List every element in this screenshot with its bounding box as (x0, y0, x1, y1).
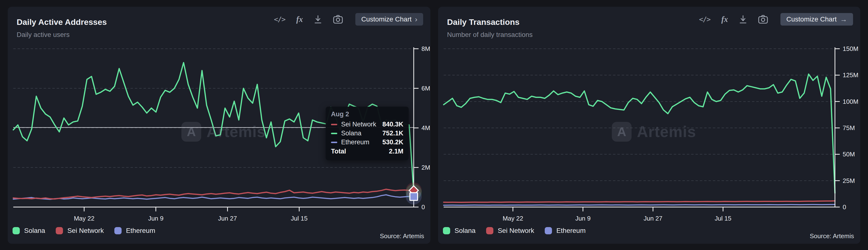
sei-dash-icon (331, 124, 337, 125)
svg-text:Jun 9: Jun 9 (148, 215, 163, 222)
solana-swatch-icon (12, 227, 20, 234)
sei-swatch-icon (56, 227, 63, 234)
svg-text:Jun 9: Jun 9 (576, 215, 591, 222)
page-title: Daily Active Addresses (17, 18, 107, 27)
chart-daily-transactions[interactable]: 025M50M75M100M125M150MMay 22Jun 9Jun 27J… (438, 7, 860, 244)
chevron-right-icon: › (415, 16, 417, 23)
svg-text:Jul 15: Jul 15 (715, 215, 731, 222)
customize-chart-label: Customize Chart (361, 15, 411, 23)
sei-swatch-icon (486, 227, 493, 234)
svg-text:Jun 27: Jun 27 (644, 215, 662, 222)
camera-icon[interactable] (333, 15, 343, 24)
svg-text:150M: 150M (843, 45, 858, 52)
svg-text:50M: 50M (843, 151, 855, 158)
svg-text:75M: 75M (843, 124, 855, 131)
customize-chart-button[interactable]: Customize Chart → (780, 13, 853, 26)
chart-legend: Solana Sei Network Ethereum (12, 227, 155, 235)
embed-code-icon[interactable]: </> (274, 15, 285, 23)
panel-daily-active-addresses: 02M4M6M8MMay 22Jun 9Jun 27Jul 15 A Artem… (8, 7, 430, 244)
legend-item-solana[interactable]: Solana (443, 227, 475, 235)
svg-text:100M: 100M (843, 98, 858, 105)
legend-item-sei-network[interactable]: Sei Network (56, 227, 104, 235)
customize-chart-label: Customize Chart (786, 15, 837, 23)
source-attribution: Source: Artemis (810, 232, 854, 240)
page-subtitle: Daily active users (17, 31, 69, 39)
ethereum-swatch-icon (545, 227, 552, 234)
tooltip-date: Aug 2 (331, 111, 403, 118)
svg-text:2M: 2M (422, 164, 430, 171)
svg-text:Jun 27: Jun 27 (218, 215, 237, 222)
chart-toolbar: </> fx Customize Chart › (274, 13, 423, 26)
formula-icon[interactable]: fx (296, 15, 303, 24)
source-attribution: Source: Artemis (380, 232, 424, 240)
tooltip-total-row: Total 2.1M (331, 147, 403, 156)
ethereum-swatch-icon (114, 227, 122, 234)
legend-item-solana[interactable]: Solana (12, 227, 45, 235)
embed-code-icon[interactable]: </> (699, 15, 710, 23)
ethereum-dash-icon (331, 142, 337, 143)
camera-icon[interactable] (758, 15, 768, 24)
chart-legend: Solana Sei Network Ethereum (443, 227, 586, 235)
tooltip-row: Ethereum 530.2K (331, 138, 403, 147)
download-icon[interactable] (314, 15, 322, 24)
svg-text:0: 0 (422, 204, 425, 211)
svg-text:8M: 8M (422, 45, 430, 52)
tooltip-row: Sei Network 840.3K (331, 120, 403, 129)
panel-daily-transactions: 025M50M75M100M125M150MMay 22Jun 9Jun 27J… (438, 7, 860, 244)
formula-icon[interactable]: fx (721, 15, 728, 24)
solana-swatch-icon (443, 227, 450, 234)
tooltip-row: Solana 752.1K (331, 129, 403, 138)
arrow-right-icon: → (840, 16, 847, 23)
customize-chart-button[interactable]: Customize Chart › (355, 13, 423, 26)
solana-dash-icon (331, 133, 337, 134)
svg-text:Jul 15: Jul 15 (291, 215, 308, 222)
svg-text:May 22: May 22 (502, 215, 523, 222)
svg-text:25M: 25M (843, 177, 855, 184)
page-subtitle: Number of daily transactions (447, 31, 533, 39)
legend-item-ethereum[interactable]: Ethereum (545, 227, 586, 235)
svg-text:4M: 4M (422, 124, 430, 131)
svg-text:May 22: May 22 (74, 215, 94, 222)
chart-tooltip: Aug 2 Sei Network 840.3K Solana 752.1K E… (326, 107, 409, 160)
legend-item-sei-network[interactable]: Sei Network (486, 227, 534, 235)
chart-toolbar: </> fx Customize Chart → (699, 13, 853, 26)
download-icon[interactable] (739, 15, 747, 24)
svg-text:125M: 125M (843, 71, 858, 79)
svg-text:0: 0 (843, 204, 846, 211)
legend-item-ethereum[interactable]: Ethereum (114, 227, 155, 235)
page-title: Daily Transactions (447, 18, 519, 27)
svg-text:6M: 6M (422, 85, 430, 92)
